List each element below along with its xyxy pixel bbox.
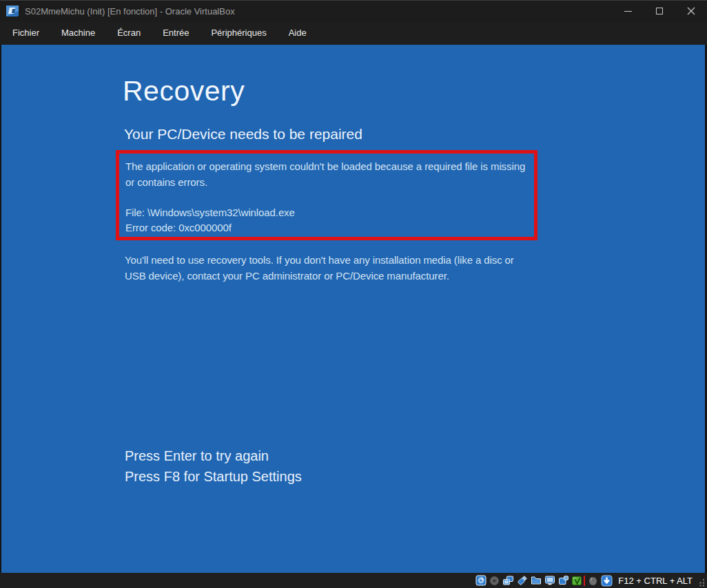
virtualbox-window: S02MmeMichu (Init) [En fonction] - Oracl… xyxy=(0,0,707,588)
features-icon[interactable] xyxy=(571,575,583,587)
error-code: Error code: 0xc000000f xyxy=(125,220,527,235)
error-annotation-box: The application or operating system coul… xyxy=(116,150,537,240)
error-file-path: File: \Windows\system32\winload.exe xyxy=(125,205,527,220)
minimize-icon xyxy=(624,11,632,12)
menu-aide[interactable]: Aide xyxy=(278,21,318,45)
recovery-heading: Recovery xyxy=(123,75,245,107)
shared-folder-icon[interactable] xyxy=(530,575,542,587)
virtualbox-logo-icon xyxy=(6,5,19,17)
menu-machine[interactable]: Machine xyxy=(50,21,106,45)
maximize-icon xyxy=(656,8,663,14)
recovery-help-text: You'll need to use recovery tools. If yo… xyxy=(125,252,529,284)
hard-disk-icon[interactable] xyxy=(475,575,486,587)
minimize-button[interactable] xyxy=(612,1,644,21)
resize-grip[interactable] xyxy=(697,578,705,587)
close-icon xyxy=(687,7,695,15)
maximize-button[interactable] xyxy=(644,1,675,21)
menu-bar: Fichier Machine Écran Entrée Périphériqu… xyxy=(0,21,707,45)
window-title: S02MmeMichu (Init) [En fonction] - Oracl… xyxy=(25,6,612,17)
display-icon[interactable] xyxy=(544,575,555,587)
recovery-subtitle: Your PC/Device needs to be repaired xyxy=(124,126,362,143)
error-message: The application or operating system coul… xyxy=(125,158,527,190)
keyboard-capture-icon[interactable] xyxy=(601,575,613,587)
close-button[interactable] xyxy=(675,1,707,21)
recording-icon[interactable] xyxy=(557,575,569,587)
menu-fichier[interactable]: Fichier xyxy=(1,21,50,45)
menu-entree[interactable]: Entrée xyxy=(152,21,200,45)
usb-icon[interactable] xyxy=(516,575,528,587)
press-enter-hint: Press Enter to try again xyxy=(125,448,269,464)
menu-ecran[interactable]: Écran xyxy=(106,21,152,45)
press-f8-hint: Press F8 for Startup Settings xyxy=(125,469,302,485)
vm-display-area: Recovery Your PC/Device needs to be repa… xyxy=(0,45,707,573)
menu-peripheriques[interactable]: Périphériques xyxy=(200,21,277,45)
status-bar: F12 + CTRL + ALT xyxy=(0,573,707,588)
mouse-integration-icon[interactable] xyxy=(587,575,599,587)
host-key-label: F12 + CTRL + ALT xyxy=(618,576,693,586)
vm-screen[interactable]: Recovery Your PC/Device needs to be repa… xyxy=(1,45,705,573)
activity-indicator xyxy=(584,576,585,586)
title-bar[interactable]: S02MmeMichu (Init) [En fonction] - Oracl… xyxy=(0,1,707,21)
network-icon[interactable] xyxy=(502,575,514,587)
optical-disc-icon[interactable] xyxy=(489,575,500,587)
